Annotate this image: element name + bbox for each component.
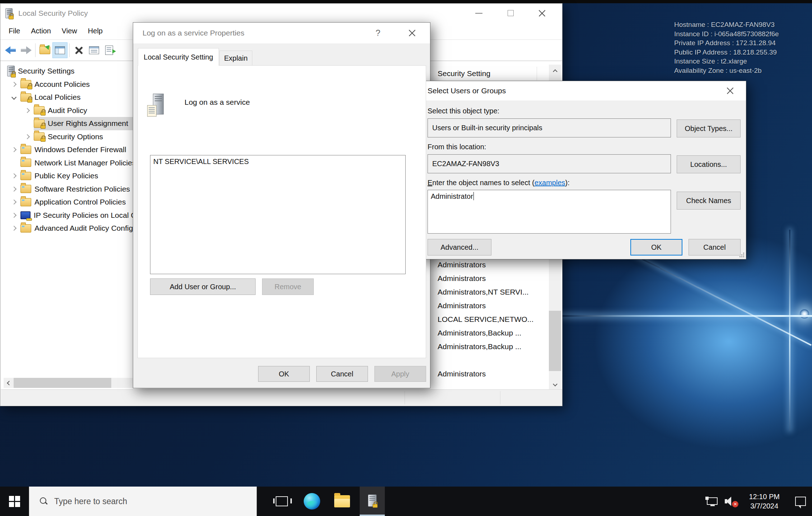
task-view-button[interactable] (269, 487, 294, 516)
action-center-button[interactable] (789, 487, 812, 516)
minimize-button[interactable] (463, 4, 495, 23)
export-list-button[interactable] (102, 42, 117, 58)
chevron-right-icon[interactable] (11, 200, 16, 205)
tree-item-security-settings[interactable]: Security Settings (4, 65, 137, 78)
column-security-setting[interactable]: Security Setting (438, 65, 490, 83)
check-names-button[interactable]: Check Names (677, 192, 741, 210)
show-console-tree-button[interactable] (52, 42, 67, 58)
screen-top-strip (0, 0, 812, 3)
column-separator[interactable] (537, 67, 537, 80)
volume-tray-button[interactable]: ✕ (721, 487, 741, 516)
tree-item-account-policies[interactable]: Account Policies (4, 78, 137, 91)
edge-button[interactable] (299, 487, 325, 516)
chevron-right-icon[interactable] (24, 108, 29, 113)
chevron-down-icon (553, 382, 557, 386)
tree-item-audit-policy[interactable]: Audit Policy (4, 104, 137, 117)
tree-horizontal-scrollbar[interactable] (4, 378, 137, 388)
chevron-right-icon[interactable] (11, 187, 16, 192)
chevron-right-icon[interactable] (24, 134, 29, 139)
export-folder-button[interactable] (37, 42, 52, 58)
member-item[interactable]: NT SERVICE\ALL SERVICES (153, 158, 402, 166)
lock-icon (11, 74, 16, 78)
volume-muted-icon: ✕ (725, 496, 737, 507)
members-listbox[interactable]: NT SERVICE\ALL SERVICES (150, 155, 406, 274)
chevron-right-icon[interactable] (11, 173, 16, 178)
chevron-right-icon[interactable] (11, 147, 16, 152)
dialog-title-bar[interactable]: Select Users or Groups (419, 81, 746, 100)
properties-button[interactable] (87, 42, 102, 58)
tab-explain[interactable]: Explain (219, 51, 252, 66)
forward-button[interactable] (18, 42, 33, 58)
menu-action[interactable]: Action (25, 27, 56, 35)
cancel-button[interactable]: Cancel (316, 366, 368, 382)
remove-button[interactable]: Remove (262, 278, 314, 295)
tree-item-application-control[interactable]: Application Control Policies (4, 196, 137, 209)
taskbar-clock[interactable]: 12:10 PM 3/7/2024 (749, 492, 780, 511)
tree-item-ip-security-policies[interactable]: IP Security Policies on Local Computer (4, 209, 137, 222)
object-type-field[interactable]: Users or Built-in security principals (428, 118, 671, 137)
tree-item-security-options[interactable]: Security Options (4, 130, 137, 144)
tree-item-software-restriction[interactable]: Software Restriction Policies (4, 183, 137, 196)
folder-icon (20, 224, 31, 233)
chevron-right-icon[interactable] (11, 213, 16, 218)
add-user-or-group-button[interactable]: Add User or Group... (150, 278, 256, 295)
scroll-up-button[interactable] (549, 65, 561, 77)
search-input[interactable]: Type here to search (29, 487, 257, 516)
lock-icon (27, 85, 32, 89)
ok-button[interactable]: OK (258, 366, 310, 382)
tree-item-local-policies[interactable]: Local Policies (4, 91, 137, 104)
main-title-bar[interactable]: Local Security Policy (0, 4, 562, 23)
folder-icon (20, 172, 31, 180)
back-button[interactable] (3, 42, 18, 58)
dialog-title-bar[interactable]: Log on as a service Properties ? (133, 23, 430, 43)
object-names-input[interactable]: Administrator (428, 190, 671, 234)
folder-icon (20, 185, 31, 193)
window-title: Local Security Policy (18, 9, 88, 18)
tree-item-advanced-audit-policy[interactable]: Advanced Audit Policy Configuration (4, 222, 137, 235)
locations-button[interactable]: Locations... (677, 155, 741, 173)
start-button[interactable] (0, 487, 29, 516)
advanced-button[interactable]: Advanced... (428, 239, 491, 255)
menu-help[interactable]: Help (83, 27, 108, 35)
cancel-button[interactable]: Cancel (689, 239, 741, 255)
ec2-instance-info: Hostname : EC2AMAZ-FAN98V3 Instance ID :… (674, 20, 779, 75)
chevron-right-icon[interactable] (11, 226, 16, 231)
info-availability-zone: Availability Zone : us-east-2b (674, 66, 779, 75)
scrollbar-thumb[interactable] (14, 378, 111, 388)
tree-item-user-rights-assignment[interactable]: User Rights Assignment (4, 117, 137, 130)
delete-button[interactable] (71, 42, 87, 58)
maximize-button[interactable] (495, 4, 526, 23)
close-button[interactable] (402, 23, 422, 43)
close-icon (408, 29, 416, 37)
menu-view[interactable]: View (56, 27, 83, 35)
scrollbar-thumb[interactable] (549, 311, 561, 371)
close-button[interactable] (720, 81, 740, 100)
help-button[interactable]: ? (369, 23, 387, 43)
menu-file[interactable]: File (3, 27, 25, 35)
close-button[interactable] (526, 4, 558, 23)
clock-date: 3/7/2024 (749, 501, 780, 511)
file-explorer-button[interactable] (330, 487, 355, 516)
system-tray: ✕ 12:10 PM 3/7/2024 (702, 487, 812, 516)
examples-link[interactable]: examples (535, 179, 565, 187)
object-types-button[interactable]: Object Types... (677, 119, 741, 137)
tree-item-network-list-manager[interactable]: Network List Manager Policies (4, 156, 137, 170)
lock-icon (41, 138, 46, 142)
search-placeholder: Type here to search (54, 497, 127, 506)
maximize-icon (508, 10, 514, 16)
scroll-left-button[interactable] (4, 378, 13, 388)
resize-grip[interactable] (739, 252, 744, 257)
policy-icon (153, 94, 164, 114)
tab-local-security-setting[interactable]: Local Security Setting (138, 48, 219, 66)
windows-logo-icon (9, 496, 20, 507)
tree-item-public-key-policies[interactable]: Public Key Policies (4, 169, 137, 183)
local-security-policy-taskbar-button[interactable] (360, 487, 385, 516)
chevron-down-icon[interactable] (11, 95, 16, 100)
location-field[interactable]: EC2AMAZ-FAN98V3 (428, 154, 671, 173)
network-tray-button[interactable] (702, 487, 721, 516)
ok-button[interactable]: OK (630, 239, 682, 255)
chevron-right-icon[interactable] (11, 82, 16, 87)
apply-button[interactable]: Apply (374, 366, 426, 382)
tree-item-windows-defender-firewall[interactable]: Windows Defender Firewall (4, 143, 137, 156)
wallpaper-beam (560, 315, 812, 317)
